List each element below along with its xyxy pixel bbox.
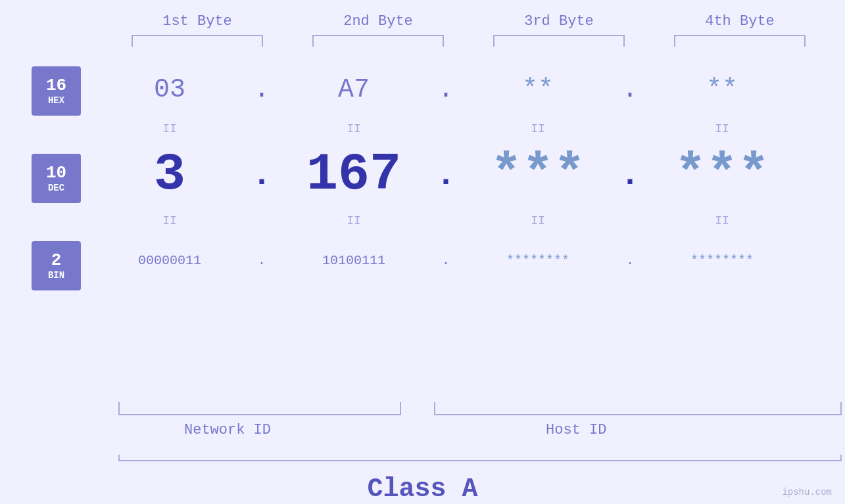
bin-byte2: 10100111	[278, 253, 429, 268]
hex-byte4: **	[646, 75, 798, 104]
hex-byte3: **	[462, 75, 614, 104]
bin-dot2: .	[429, 253, 462, 268]
bin-badge: 2 BIN	[32, 241, 81, 290]
class-label: Class A	[367, 474, 477, 504]
dec-badge: 10 DEC	[32, 154, 81, 203]
equals-row-1: II II II II	[94, 119, 845, 139]
eq1-b3: II	[462, 122, 614, 135]
hex-dot3: .	[614, 75, 646, 104]
dec-name: DEC	[48, 183, 64, 193]
bin-byte3: ********	[462, 253, 614, 268]
id-labels-row: Network ID Host ID	[118, 422, 842, 442]
byte3-header: 3rd Byte	[480, 13, 638, 30]
main-area: 16 HEX 10 DEC 2 BIN 03 .	[0, 53, 845, 399]
eq2-b3: II	[462, 214, 614, 227]
hex-row: 03 . A7 . ** . **	[94, 60, 845, 119]
byte1-header: 1st Byte	[118, 13, 276, 30]
dec-row: 3 . 167 . *** . ***	[94, 139, 845, 211]
hex-badge: 16 HEX	[32, 66, 81, 116]
outer-bracket-area	[118, 455, 842, 461]
equals-row-2: II II II II	[94, 211, 845, 231]
eq1-b2: II	[278, 122, 429, 135]
bracket-top-1	[132, 35, 263, 47]
eq2-b4: II	[646, 214, 798, 227]
hex-name: HEX	[48, 95, 64, 106]
network-bracket	[118, 402, 401, 415]
bin-dot1: .	[245, 253, 278, 268]
bin-dot3: .	[614, 253, 646, 268]
bin-byte1: 00000011	[94, 253, 245, 268]
dec-byte1: 3	[94, 149, 245, 201]
dec-dot3: .	[614, 156, 646, 194]
byte-headers: 1st Byte 2nd Byte 3rd Byte 4th Byte	[107, 13, 831, 30]
bracket-top-3	[493, 35, 625, 47]
class-label-row: Class A	[0, 474, 845, 504]
bin-num: 2	[51, 251, 62, 270]
base-labels: 16 HEX 10 DEC 2 BIN	[32, 66, 81, 290]
dec-byte4: ***	[646, 149, 798, 201]
dec-byte2: 167	[278, 149, 429, 201]
byte4-header: 4th Byte	[661, 13, 819, 30]
bin-row: 00000011 . 10100111 . ******** .	[94, 231, 845, 290]
network-id-label: Network ID	[184, 422, 271, 438]
byte2-header: 2nd Byte	[299, 13, 457, 30]
eq2-b2: II	[278, 214, 429, 227]
outer-bracket	[118, 455, 842, 461]
bottom-brackets-area	[118, 402, 842, 419]
eq1-b4: II	[646, 122, 798, 135]
watermark: ipshu.com	[782, 487, 832, 497]
values-grid: 03 . A7 . ** . **	[94, 60, 845, 290]
bracket-top-4	[674, 35, 806, 47]
hex-byte1: 03	[94, 75, 245, 104]
hex-num: 16	[46, 76, 66, 95]
bracket-top-2	[312, 35, 444, 47]
main-container: 1st Byte 2nd Byte 3rd Byte 4th Byte 16 H…	[0, 0, 845, 504]
hex-dot1: .	[245, 75, 278, 104]
eq1-b1: II	[94, 122, 245, 135]
hex-dot2: .	[429, 75, 462, 104]
dec-dot1: .	[245, 156, 278, 194]
bin-name: BIN	[48, 270, 64, 281]
eq2-b1: II	[94, 214, 245, 227]
host-id-label: Host ID	[546, 422, 606, 438]
top-brackets	[107, 35, 831, 47]
dec-byte3: ***	[462, 149, 614, 201]
dec-num: 10	[46, 164, 66, 183]
host-bracket	[434, 402, 842, 415]
dec-dot2: .	[429, 156, 462, 194]
bin-byte4: ********	[646, 253, 798, 268]
hex-byte2: A7	[278, 75, 429, 104]
